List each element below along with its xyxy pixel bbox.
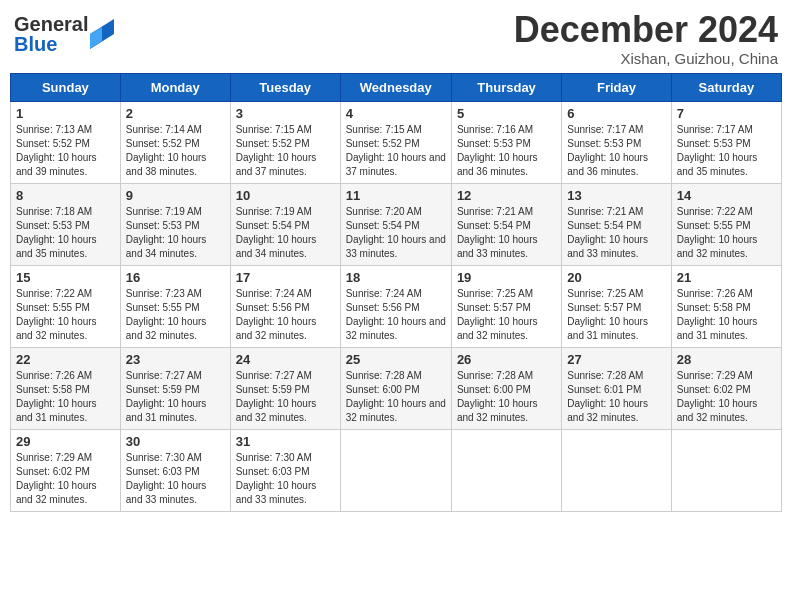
col-sunday: Sunday xyxy=(11,73,121,101)
day-number: 15 xyxy=(16,270,115,285)
day-number: 8 xyxy=(16,188,115,203)
calendar-cell-3-5: 19 Sunrise: 7:25 AM Sunset: 5:57 PM Dayl… xyxy=(451,265,561,347)
day-info: Sunrise: 7:19 AM Sunset: 5:54 PM Dayligh… xyxy=(236,205,335,261)
month-title: December 2024 xyxy=(514,10,778,50)
day-number: 20 xyxy=(567,270,665,285)
logo-blue: Blue xyxy=(14,34,88,54)
day-number: 3 xyxy=(236,106,335,121)
calendar-cell-3-3: 17 Sunrise: 7:24 AM Sunset: 5:56 PM Dayl… xyxy=(230,265,340,347)
calendar-cell-5-6 xyxy=(562,429,671,511)
day-info: Sunrise: 7:28 AM Sunset: 6:00 PM Dayligh… xyxy=(457,369,556,425)
day-number: 5 xyxy=(457,106,556,121)
logo-general: General xyxy=(14,14,88,34)
calendar-cell-2-1: 8 Sunrise: 7:18 AM Sunset: 5:53 PM Dayli… xyxy=(11,183,121,265)
calendar-cell-1-7: 7 Sunrise: 7:17 AM Sunset: 5:53 PM Dayli… xyxy=(671,101,781,183)
day-info: Sunrise: 7:27 AM Sunset: 5:59 PM Dayligh… xyxy=(126,369,225,425)
calendar-cell-3-1: 15 Sunrise: 7:22 AM Sunset: 5:55 PM Dayl… xyxy=(11,265,121,347)
day-info: Sunrise: 7:25 AM Sunset: 5:57 PM Dayligh… xyxy=(457,287,556,343)
day-info: Sunrise: 7:21 AM Sunset: 5:54 PM Dayligh… xyxy=(567,205,665,261)
title-section: December 2024 Xishan, Guizhou, China xyxy=(514,10,778,67)
day-number: 31 xyxy=(236,434,335,449)
day-number: 4 xyxy=(346,106,446,121)
day-number: 22 xyxy=(16,352,115,367)
day-info: Sunrise: 7:30 AM Sunset: 6:03 PM Dayligh… xyxy=(126,451,225,507)
calendar-table: Sunday Monday Tuesday Wednesday Thursday… xyxy=(10,73,782,512)
location: Xishan, Guizhou, China xyxy=(514,50,778,67)
calendar-cell-4-5: 26 Sunrise: 7:28 AM Sunset: 6:00 PM Dayl… xyxy=(451,347,561,429)
day-number: 30 xyxy=(126,434,225,449)
day-info: Sunrise: 7:22 AM Sunset: 5:55 PM Dayligh… xyxy=(677,205,776,261)
day-info: Sunrise: 7:30 AM Sunset: 6:03 PM Dayligh… xyxy=(236,451,335,507)
day-info: Sunrise: 7:24 AM Sunset: 5:56 PM Dayligh… xyxy=(236,287,335,343)
calendar-cell-5-5 xyxy=(451,429,561,511)
calendar-cell-5-4 xyxy=(340,429,451,511)
day-info: Sunrise: 7:24 AM Sunset: 5:56 PM Dayligh… xyxy=(346,287,446,343)
day-number: 9 xyxy=(126,188,225,203)
day-number: 10 xyxy=(236,188,335,203)
calendar-cell-4-1: 22 Sunrise: 7:26 AM Sunset: 5:58 PM Dayl… xyxy=(11,347,121,429)
calendar-cell-1-6: 6 Sunrise: 7:17 AM Sunset: 5:53 PM Dayli… xyxy=(562,101,671,183)
day-number: 23 xyxy=(126,352,225,367)
calendar-week-4: 22 Sunrise: 7:26 AM Sunset: 5:58 PM Dayl… xyxy=(11,347,782,429)
col-saturday: Saturday xyxy=(671,73,781,101)
day-info: Sunrise: 7:15 AM Sunset: 5:52 PM Dayligh… xyxy=(236,123,335,179)
day-number: 16 xyxy=(126,270,225,285)
day-number: 24 xyxy=(236,352,335,367)
day-info: Sunrise: 7:28 AM Sunset: 6:01 PM Dayligh… xyxy=(567,369,665,425)
day-number: 29 xyxy=(16,434,115,449)
day-info: Sunrise: 7:15 AM Sunset: 5:52 PM Dayligh… xyxy=(346,123,446,179)
calendar-cell-1-3: 3 Sunrise: 7:15 AM Sunset: 5:52 PM Dayli… xyxy=(230,101,340,183)
calendar-cell-1-2: 2 Sunrise: 7:14 AM Sunset: 5:52 PM Dayli… xyxy=(120,101,230,183)
calendar-week-2: 8 Sunrise: 7:18 AM Sunset: 5:53 PM Dayli… xyxy=(11,183,782,265)
calendar-cell-5-2: 30 Sunrise: 7:30 AM Sunset: 6:03 PM Dayl… xyxy=(120,429,230,511)
calendar-cell-2-4: 11 Sunrise: 7:20 AM Sunset: 5:54 PM Dayl… xyxy=(340,183,451,265)
day-number: 17 xyxy=(236,270,335,285)
calendar-cell-4-6: 27 Sunrise: 7:28 AM Sunset: 6:01 PM Dayl… xyxy=(562,347,671,429)
day-number: 11 xyxy=(346,188,446,203)
calendar-cell-2-3: 10 Sunrise: 7:19 AM Sunset: 5:54 PM Dayl… xyxy=(230,183,340,265)
day-info: Sunrise: 7:26 AM Sunset: 5:58 PM Dayligh… xyxy=(677,287,776,343)
calendar-cell-5-7 xyxy=(671,429,781,511)
col-tuesday: Tuesday xyxy=(230,73,340,101)
day-number: 6 xyxy=(567,106,665,121)
day-number: 7 xyxy=(677,106,776,121)
calendar-cell-3-6: 20 Sunrise: 7:25 AM Sunset: 5:57 PM Dayl… xyxy=(562,265,671,347)
calendar-cell-4-4: 25 Sunrise: 7:28 AM Sunset: 6:00 PM Dayl… xyxy=(340,347,451,429)
day-number: 18 xyxy=(346,270,446,285)
calendar-cell-4-2: 23 Sunrise: 7:27 AM Sunset: 5:59 PM Dayl… xyxy=(120,347,230,429)
calendar-cell-1-5: 5 Sunrise: 7:16 AM Sunset: 5:53 PM Dayli… xyxy=(451,101,561,183)
day-info: Sunrise: 7:18 AM Sunset: 5:53 PM Dayligh… xyxy=(16,205,115,261)
col-monday: Monday xyxy=(120,73,230,101)
calendar-cell-5-1: 29 Sunrise: 7:29 AM Sunset: 6:02 PM Dayl… xyxy=(11,429,121,511)
calendar-cell-5-3: 31 Sunrise: 7:30 AM Sunset: 6:03 PM Dayl… xyxy=(230,429,340,511)
day-info: Sunrise: 7:26 AM Sunset: 5:58 PM Dayligh… xyxy=(16,369,115,425)
day-info: Sunrise: 7:23 AM Sunset: 5:55 PM Dayligh… xyxy=(126,287,225,343)
day-number: 19 xyxy=(457,270,556,285)
calendar-cell-4-3: 24 Sunrise: 7:27 AM Sunset: 5:59 PM Dayl… xyxy=(230,347,340,429)
day-info: Sunrise: 7:19 AM Sunset: 5:53 PM Dayligh… xyxy=(126,205,225,261)
calendar-cell-2-6: 13 Sunrise: 7:21 AM Sunset: 5:54 PM Dayl… xyxy=(562,183,671,265)
calendar-cell-4-7: 28 Sunrise: 7:29 AM Sunset: 6:02 PM Dayl… xyxy=(671,347,781,429)
day-info: Sunrise: 7:17 AM Sunset: 5:53 PM Dayligh… xyxy=(677,123,776,179)
page-header: General Blue December 2024 Xishan, Guizh… xyxy=(10,10,782,67)
day-number: 27 xyxy=(567,352,665,367)
col-friday: Friday xyxy=(562,73,671,101)
day-number: 12 xyxy=(457,188,556,203)
day-info: Sunrise: 7:13 AM Sunset: 5:52 PM Dayligh… xyxy=(16,123,115,179)
calendar-cell-2-5: 12 Sunrise: 7:21 AM Sunset: 5:54 PM Dayl… xyxy=(451,183,561,265)
day-info: Sunrise: 7:28 AM Sunset: 6:00 PM Dayligh… xyxy=(346,369,446,425)
calendar-cell-1-4: 4 Sunrise: 7:15 AM Sunset: 5:52 PM Dayli… xyxy=(340,101,451,183)
day-number: 25 xyxy=(346,352,446,367)
calendar-week-5: 29 Sunrise: 7:29 AM Sunset: 6:02 PM Dayl… xyxy=(11,429,782,511)
day-number: 1 xyxy=(16,106,115,121)
calendar-week-3: 15 Sunrise: 7:22 AM Sunset: 5:55 PM Dayl… xyxy=(11,265,782,347)
day-number: 21 xyxy=(677,270,776,285)
calendar-cell-3-7: 21 Sunrise: 7:26 AM Sunset: 5:58 PM Dayl… xyxy=(671,265,781,347)
calendar-cell-2-7: 14 Sunrise: 7:22 AM Sunset: 5:55 PM Dayl… xyxy=(671,183,781,265)
calendar-cell-3-4: 18 Sunrise: 7:24 AM Sunset: 5:56 PM Dayl… xyxy=(340,265,451,347)
day-info: Sunrise: 7:27 AM Sunset: 5:59 PM Dayligh… xyxy=(236,369,335,425)
day-info: Sunrise: 7:14 AM Sunset: 5:52 PM Dayligh… xyxy=(126,123,225,179)
col-wednesday: Wednesday xyxy=(340,73,451,101)
day-info: Sunrise: 7:25 AM Sunset: 5:57 PM Dayligh… xyxy=(567,287,665,343)
day-number: 13 xyxy=(567,188,665,203)
